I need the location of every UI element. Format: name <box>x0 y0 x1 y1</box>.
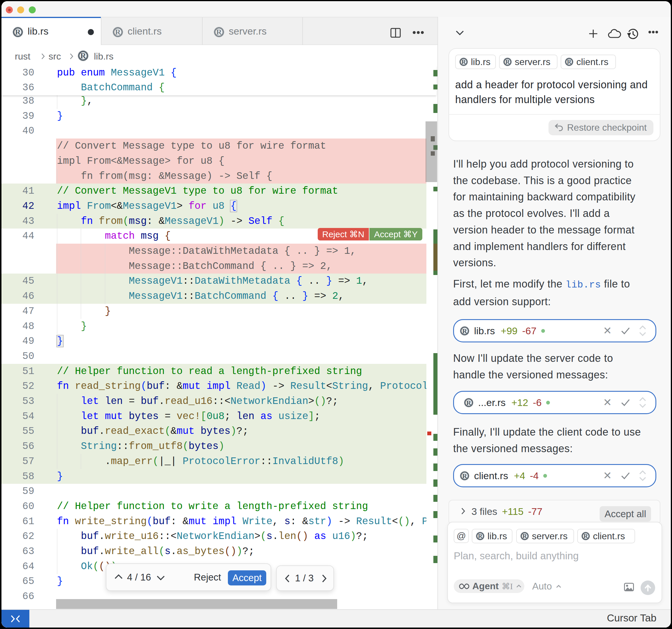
svg-text:R: R <box>462 327 467 334</box>
svg-text:R: R <box>216 28 222 36</box>
svg-text:R: R <box>80 51 86 60</box>
svg-text:R: R <box>567 58 571 65</box>
svg-text:R: R <box>115 28 121 36</box>
svg-text:R: R <box>15 28 21 36</box>
svg-text:R: R <box>461 58 466 65</box>
svg-text:R: R <box>478 533 482 539</box>
svg-text:R: R <box>583 533 588 539</box>
svg-text:R: R <box>522 533 527 539</box>
svg-text:R: R <box>505 58 510 65</box>
svg-text:R: R <box>462 472 467 479</box>
svg-text:R: R <box>466 399 471 406</box>
